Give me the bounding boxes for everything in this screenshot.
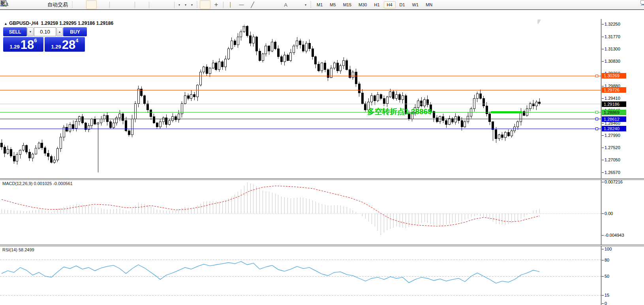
price-tag[interactable]: 1.29186 <box>602 101 626 107</box>
toolbar-separator <box>149 2 149 8</box>
buy-price-prefix: 1.29 <box>51 44 61 50</box>
vertical-line-tool-button[interactable]: │ <box>225 0 236 9</box>
sell-price-pip: 6 <box>34 37 37 43</box>
text-tool-icon: A <box>284 2 287 8</box>
price-tick-label: 1.31770 <box>605 34 620 39</box>
channel-tool-button[interactable]: E <box>258 0 269 9</box>
sell-price-big: 18 <box>21 39 34 51</box>
timeframe-m30[interactable]: M30 <box>355 1 370 8</box>
toolbar-drag-handle[interactable] <box>310 2 312 8</box>
signals-icon[interactable] <box>33 0 44 9</box>
price-tick-label: 1.31300 <box>605 47 620 51</box>
pane-separator[interactable] <box>0 245 644 246</box>
auto-trading-button[interactable]: 自动交易 <box>44 0 70 9</box>
rsi-tick-label: 0 <box>605 301 607 305</box>
chart-symbol: GBPUSD-,H4 <box>9 21 38 26</box>
timeframe-m5[interactable]: M5 <box>327 1 339 8</box>
indicators-button[interactable]: ▾ <box>176 0 182 9</box>
toolbar-separator <box>174 2 175 8</box>
chart-window-border <box>0 9 644 10</box>
arrows-caret-icon: ▾ <box>305 3 306 7</box>
price-tick-label: 1.27520 <box>605 145 620 150</box>
horizontal-line-tool-button[interactable]: — <box>236 0 247 9</box>
gold-icon[interactable] <box>11 0 22 9</box>
main-toolbar: 单 自动交易 ▾ ▾ ▾ + │ — ╱ E F A T ▾ M1M5M15M3… <box>0 0 644 9</box>
price-tag[interactable]: 1.30269 <box>602 73 626 79</box>
sell-button[interactable]: SELL <box>3 27 27 36</box>
crosshair-tool-button[interactable]: + <box>211 0 222 9</box>
mouse-cursor <box>538 20 543 24</box>
rsi-tick-label: 80 <box>605 258 609 262</box>
macd-tick-label: 0.007216 <box>605 180 623 184</box>
collapse-triangle-icon[interactable]: ▲ <box>4 22 8 26</box>
sell-price-box[interactable]: 1.29186 <box>3 37 43 52</box>
tile-windows-button[interactable] <box>137 0 147 9</box>
macd-tick-label: -0.004943 <box>605 233 624 238</box>
timeframe-h4[interactable]: H4 <box>384 1 396 8</box>
rsi-indicator-pane[interactable]: RSI(14) 58.2499 <box>0 246 601 305</box>
volume-input[interactable]: 0.10 <box>34 27 56 36</box>
macd-tick-label: 0.00 <box>605 211 613 216</box>
macd-label: MACD(12,26,9) 0.001025 -0.000561 <box>2 181 73 186</box>
chart-shift-button[interactable] <box>162 0 173 9</box>
rsi-tick-label: 100 <box>605 247 612 251</box>
buy-button[interactable]: BUY <box>63 27 87 36</box>
rsi-label: RSI(14) 58.2499 <box>2 247 34 252</box>
arrows-tool-button[interactable]: ▾ <box>302 0 308 9</box>
price-tag[interactable]: 1.29726 <box>602 87 626 93</box>
toolbar-drag-handle[interactable] <box>196 2 198 8</box>
community-icon[interactable] <box>22 0 33 9</box>
chart-title: ▲GBPUSD-,H4 1.29259 1.29295 1.29186 1.29… <box>4 21 113 26</box>
price-tick-label: 1.27050 <box>605 157 620 162</box>
buy-price-box[interactable]: 1.29284 <box>45 37 85 52</box>
timeframe-h1[interactable]: H1 <box>371 1 383 8</box>
volume-increase-button[interactable]: ▲ <box>56 27 63 36</box>
price-tag[interactable]: 1.28869 <box>602 110 626 115</box>
auto-scroll-button[interactable] <box>151 0 161 9</box>
rsi-tick-label: 15 <box>605 293 609 298</box>
candlestick-chart-button[interactable] <box>86 0 97 9</box>
timeframe-d1[interactable]: D1 <box>396 1 408 8</box>
pane-separator[interactable] <box>0 178 644 180</box>
price-axis[interactable]: 1.322501.317701.313001.308301.303601.298… <box>601 19 644 305</box>
buy-price-pip: 4 <box>75 37 78 43</box>
volume-decrease-button[interactable]: ▼ <box>27 27 34 36</box>
price-tick-label: 1.26570 <box>605 170 620 175</box>
timeframe-m1[interactable]: M1 <box>314 1 326 8</box>
macd-chart <box>0 180 601 245</box>
cursor-tool-button[interactable] <box>200 0 210 9</box>
chat-icon[interactable] <box>640 0 644 7</box>
sell-price-prefix: 1.29 <box>9 44 19 50</box>
price-tick-label: 1.27990 <box>605 133 620 138</box>
periods-button[interactable]: ▾ <box>182 0 188 9</box>
toolbar-drag-handle[interactable] <box>71 2 73 8</box>
timeframe-w1[interactable]: W1 <box>409 1 422 8</box>
macd-indicator-pane[interactable]: MACD(12,26,9) 0.001025 -0.000561 <box>0 180 601 245</box>
trendline-tool-button[interactable]: ╱ <box>247 0 258 9</box>
fibonacci-tool-button[interactable]: F <box>269 0 280 9</box>
bar-chart-button[interactable] <box>75 0 86 9</box>
crosshair-icon: + <box>214 1 218 9</box>
text-tool-button[interactable]: A <box>280 0 291 9</box>
toolbar-separator <box>223 2 223 8</box>
toolbar-separator <box>135 2 135 8</box>
zoom-in-button[interactable] <box>111 0 122 9</box>
pivot-annotation-text[interactable]: 多空转折点1.28869 <box>367 107 432 117</box>
price-tag[interactable]: 1.28240 <box>602 126 626 131</box>
toolbar-separator <box>109 2 110 8</box>
buy-price-big: 28 <box>62 39 75 51</box>
one-click-trading-panel: SELL ▼ 0.10 ▲ BUY 1.29186 1.29284 <box>3 27 87 52</box>
templates-button[interactable]: ▾ <box>189 0 195 9</box>
timeframe-m15[interactable]: M15 <box>340 1 355 8</box>
line-chart-button[interactable] <box>97 0 108 9</box>
label-tool-button[interactable]: T <box>291 0 302 9</box>
periods-caret-icon: ▾ <box>185 3 186 7</box>
zoom-out-button[interactable] <box>122 0 133 9</box>
chart-quotes: 1.29259 1.29295 1.29186 1.29186 <box>41 21 114 26</box>
rsi-tick-label: 50 <box>605 274 609 279</box>
price-tag[interactable]: 1.28612 <box>602 116 626 122</box>
main-chart-pane[interactable]: ▲GBPUSD-,H4 1.29259 1.29295 1.29186 1.29… <box>0 19 601 178</box>
candlestick-chart <box>0 19 601 178</box>
timeframe-mn[interactable]: MN <box>422 1 436 8</box>
rsi-chart <box>0 246 601 305</box>
